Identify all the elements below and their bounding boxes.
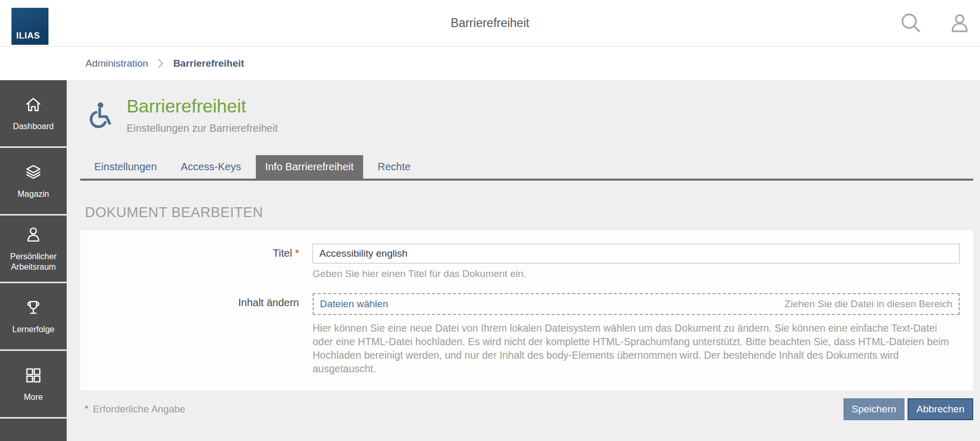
required-note: Erforderliche Angabe <box>93 404 185 415</box>
accessibility-icon <box>85 101 112 134</box>
sidebar-item-label: Magazin <box>16 189 51 199</box>
sidebar-item-more[interactable]: More <box>0 351 67 417</box>
sidebar-item-label: Persönlicher Arbeitsraum <box>0 251 67 272</box>
page-title: Barrierefreiheit <box>127 96 278 117</box>
content-help-text: Hier können Sie eine neue Datei von Ihre… <box>313 322 958 376</box>
trophy-icon <box>24 298 43 319</box>
chevron-right-icon <box>157 58 164 69</box>
breadcrumb-barrierefreiheit[interactable]: Barrierefreiheit <box>173 58 244 69</box>
page-title-texts: Barrierefreiheit Einstellungen zur Barri… <box>127 96 278 134</box>
required-asterisk: * <box>295 247 299 259</box>
dropzone-hint: Ziehen Sie die Datei in diesen Bereich <box>785 298 952 310</box>
save-button[interactable]: Speichern <box>843 398 905 420</box>
ilias-logo-text: ILIAS <box>16 31 40 41</box>
layers-icon <box>24 163 43 184</box>
sidebar-item-label: Dashboard <box>11 121 55 132</box>
sidebar-item-magazin[interactable]: Magazin <box>0 148 67 214</box>
header-icons <box>899 0 972 47</box>
page-title-block: Barrierefreiheit Einstellungen zur Barri… <box>85 96 973 134</box>
title-field-row: Titel * Geben Sie hier einen Titel für d… <box>80 244 960 280</box>
title-help-text: Geben Sie hier einen Titel für das Dokum… <box>313 268 960 280</box>
choose-files-button[interactable]: Dateien wählen <box>320 298 388 310</box>
breadcrumb-administration[interactable]: Administration <box>85 58 148 69</box>
search-icon[interactable] <box>899 11 923 35</box>
sidebar-item-lernerfolge[interactable]: Lernerfolge <box>0 283 67 349</box>
tab-einstellungen[interactable]: Einstellungen <box>85 155 166 179</box>
content-field-row: Inhalt ändern Dateien wählen Ziehen Sie … <box>80 293 960 376</box>
sidebar-item-label: More <box>22 392 44 402</box>
sidebar-item-persoenlicher-arbeitsraum[interactable]: Persönlicher Arbeitsraum <box>0 216 67 282</box>
sidebar-filler <box>0 419 67 441</box>
tab-bar: Einstellungen Access-Keys Info Barrieref… <box>80 155 973 181</box>
sidebar-item-label: Lernerfolge <box>11 324 56 335</box>
cancel-button[interactable]: Abbrechen <box>908 398 973 420</box>
title-input[interactable] <box>313 244 960 263</box>
section-title: DOKUMENT BEARBEITEN <box>85 205 973 221</box>
grid-icon <box>24 366 43 387</box>
tab-rechte[interactable]: Rechte <box>368 155 420 179</box>
tab-access-keys[interactable]: Access-Keys <box>171 155 251 179</box>
form-footer: * Erforderliche Angabe Speichern Abbrech… <box>80 398 973 420</box>
sidebar-item-dashboard[interactable]: Dashboard <box>0 80 67 146</box>
top-header: ILIAS Barrierefreiheit <box>0 0 980 47</box>
edit-document-form: Titel * Geben Sie hier einen Titel für d… <box>80 230 973 390</box>
title-field-label: Titel * <box>80 244 299 263</box>
tab-info-barrierefreiheit[interactable]: Info Barrierefreiheit <box>256 155 363 179</box>
page-subtitle: Einstellungen zur Barrierefreiheit <box>127 122 278 134</box>
main-area: Dashboard Magazin Persönlicher Arbeitsra… <box>0 80 980 441</box>
sidebar: Dashboard Magazin Persönlicher Arbeitsra… <box>0 80 67 441</box>
file-dropzone[interactable]: Dateien wählen Ziehen Sie die Datei in d… <box>313 293 960 315</box>
required-asterisk: * <box>85 405 88 414</box>
content-field-label: Inhalt ändern <box>80 293 299 315</box>
title-field-wrap <box>313 244 960 263</box>
home-icon <box>24 95 43 116</box>
content-area: Barrierefreiheit Einstellungen zur Barri… <box>67 80 980 441</box>
form-buttons: Speichern Abbrechen <box>843 398 973 420</box>
user-menu-icon[interactable] <box>948 11 972 35</box>
header-page-title: Barrierefreiheit <box>0 0 980 46</box>
ilias-logo[interactable]: ILIAS <box>11 8 48 45</box>
user-icon <box>24 225 43 246</box>
breadcrumb: Administration Barrierefreiheit <box>0 47 980 80</box>
